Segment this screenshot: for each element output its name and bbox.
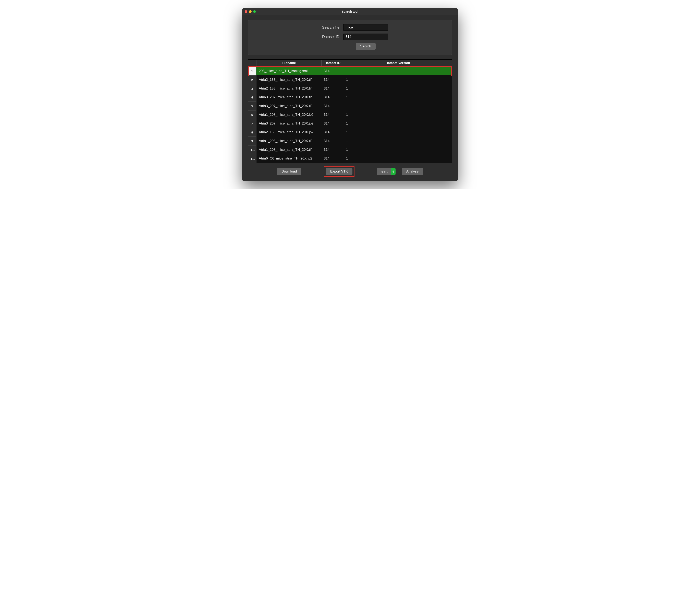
table-row[interactable]: 5Atria3_207_mice_atria_TH_20X.tif3141: [248, 102, 452, 110]
table-row[interactable]: 6Atria1_208_mice_atria_TH_20X.jp23141: [248, 110, 452, 119]
cell-version[interactable]: 1: [344, 102, 452, 110]
table-row[interactable]: 4Atria3_207_mice_atria_TH_20X.tif3141: [248, 93, 452, 102]
cell-dataset-id[interactable]: 314: [321, 93, 344, 102]
row-index[interactable]: 9: [248, 137, 256, 146]
cell-filename[interactable]: Atria1_208_mice_atria_TH_20X.tif: [256, 146, 321, 154]
svg-marker-1: [392, 172, 394, 173]
traffic-lights: [245, 10, 256, 13]
cell-filename[interactable]: Atria3_207_mice_atria_TH_20X.tif: [256, 93, 321, 102]
cell-dataset-id[interactable]: 314: [321, 137, 344, 146]
col-header-filename[interactable]: Filename: [256, 60, 321, 67]
table-row[interactable]: 11Atria6_C6_mice_atria_TH_20X.jp23141: [248, 154, 452, 163]
row-index[interactable]: 5: [248, 102, 256, 110]
cell-version[interactable]: 1: [344, 128, 452, 137]
cell-dataset-id[interactable]: 314: [321, 110, 344, 119]
close-icon[interactable]: [245, 10, 247, 13]
col-header-index: [248, 60, 256, 67]
export-vtk-button[interactable]: Export VTK: [326, 168, 352, 175]
cell-dataset-id[interactable]: 314: [321, 67, 344, 75]
row-index[interactable]: 4: [248, 93, 256, 102]
search-file-input[interactable]: [343, 24, 388, 31]
zoom-icon[interactable]: [253, 10, 256, 13]
row-index[interactable]: 2: [248, 75, 256, 84]
row-index[interactable]: 10: [248, 146, 256, 154]
cell-filename[interactable]: Atria1_208_mice_atria_TH_20X.jp2: [256, 110, 321, 119]
window-title: Search tool: [342, 10, 358, 13]
search-button[interactable]: Search: [356, 43, 376, 50]
table-header-row: Filename Dataset ID Dataset Version: [248, 60, 452, 67]
table-row[interactable]: 7Atria3_207_mice_atria_TH_20X.jp23141: [248, 119, 452, 128]
cell-dataset-id[interactable]: 314: [321, 119, 344, 128]
cell-filename[interactable]: Atria2_155_mice_atria_TH_20X.tif: [256, 75, 321, 84]
cell-version[interactable]: 1: [344, 67, 452, 75]
cell-version[interactable]: 1: [344, 137, 452, 146]
cell-version[interactable]: 1: [344, 119, 452, 128]
analyse-button[interactable]: Analyse: [402, 168, 423, 175]
results-table: Filename Dataset ID Dataset Version 1208…: [248, 60, 452, 163]
table-row[interactable]: 8Atria2_155_mice_atria_TH_20X.jp23141: [248, 128, 452, 137]
table-row[interactable]: 9Atria1_208_mice_atria_TH_20X.tif3141: [248, 137, 452, 146]
row-index[interactable]: 11: [248, 154, 256, 163]
dataset-id-row: Dataset ID:: [252, 34, 448, 40]
cell-version[interactable]: 1: [344, 110, 452, 119]
cell-filename[interactable]: Atria3_207_mice_atria_TH_20X.tif: [256, 102, 321, 110]
cell-filename[interactable]: Atria2_155_mice_atria_TH_20X.jp2: [256, 128, 321, 137]
table-row[interactable]: 3Atria2_155_mice_atria_TH_20X.tif3141: [248, 84, 452, 93]
cell-filename[interactable]: Atria3_207_mice_atria_TH_20X.jp2: [256, 119, 321, 128]
table-row[interactable]: 10Atria1_208_mice_atria_TH_20X.tif3141: [248, 146, 452, 154]
cell-version[interactable]: 1: [344, 93, 452, 102]
cell-dataset-id[interactable]: 314: [321, 102, 344, 110]
row-index[interactable]: 7: [248, 119, 256, 128]
col-header-dataset-id[interactable]: Dataset ID: [321, 60, 344, 67]
svg-marker-0: [392, 171, 394, 172]
dataset-id-input[interactable]: [343, 34, 388, 40]
row-index[interactable]: 6: [248, 110, 256, 119]
cell-filename[interactable]: Atria2_155_mice_atria_TH_20X.tif: [256, 84, 321, 93]
titlebar: Search tool: [242, 8, 458, 15]
cell-filename[interactable]: Atria1_208_mice_atria_TH_20X.tif: [256, 137, 321, 146]
col-header-dataset-version[interactable]: Dataset Version: [344, 60, 452, 67]
bottom-bar: Download Export VTK heart Analyse: [248, 168, 452, 175]
search-file-row: Search file:: [252, 24, 448, 31]
cell-version[interactable]: 1: [344, 75, 452, 84]
search-file-label: Search file:: [312, 25, 340, 30]
download-button[interactable]: Download: [277, 168, 301, 175]
row-index[interactable]: 1: [248, 67, 256, 75]
search-panel: Search file: Dataset ID: Search: [248, 20, 452, 55]
cell-version[interactable]: 1: [344, 146, 452, 154]
cell-version[interactable]: 1: [344, 154, 452, 163]
row-index[interactable]: 3: [248, 84, 256, 93]
scaffold-select[interactable]: heart: [377, 168, 396, 175]
cell-dataset-id[interactable]: 314: [321, 84, 344, 93]
cell-dataset-id[interactable]: 314: [321, 154, 344, 163]
app-window: Search tool Search file: Dataset ID: Sea…: [242, 8, 458, 181]
minimize-icon[interactable]: [249, 10, 252, 13]
scaffold-select-value: heart: [377, 170, 391, 173]
cell-filename[interactable]: Atria6_C6_mice_atria_TH_20X.jp2: [256, 154, 321, 163]
cell-version[interactable]: 1: [344, 84, 452, 93]
table-row[interactable]: 2Atria2_155_mice_atria_TH_20X.tif3141: [248, 75, 452, 84]
cell-dataset-id[interactable]: 314: [321, 146, 344, 154]
row-index[interactable]: 8: [248, 128, 256, 137]
cell-filename[interactable]: 208_mice_atria_TH_tracing.xml: [256, 67, 321, 75]
results-table-wrap: Filename Dataset ID Dataset Version 1208…: [248, 59, 452, 163]
dataset-id-label: Dataset ID:: [312, 35, 340, 39]
table-row[interactable]: 1208_mice_atria_TH_tracing.xml3141: [248, 67, 452, 75]
chevron-up-down-icon: [391, 168, 396, 175]
cell-dataset-id[interactable]: 314: [321, 75, 344, 84]
cell-dataset-id[interactable]: 314: [321, 128, 344, 137]
content-area: Search file: Dataset ID: Search Filename: [242, 15, 458, 181]
